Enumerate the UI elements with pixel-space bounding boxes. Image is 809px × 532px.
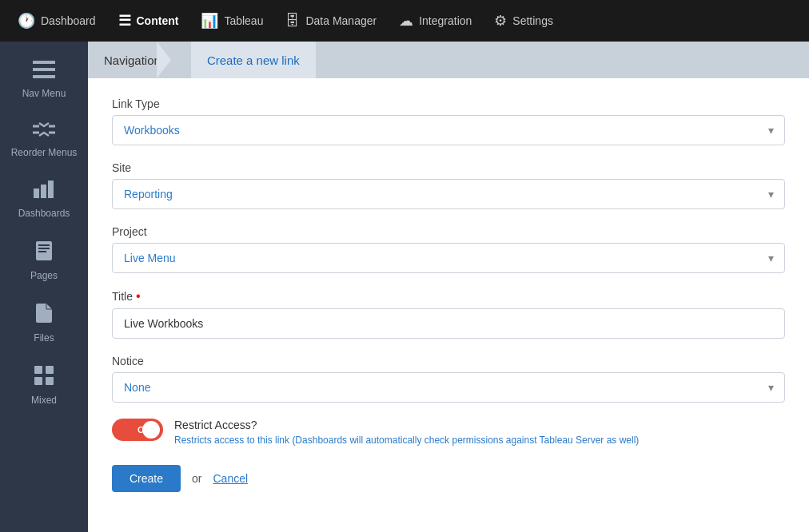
files-icon bbox=[36, 304, 52, 328]
project-select-wrapper: Live Menu Other Project bbox=[112, 243, 785, 273]
mixed-icon bbox=[34, 366, 54, 390]
link-type-label: Link Type bbox=[112, 97, 785, 110]
reorder-menus-icon bbox=[33, 121, 55, 142]
svg-rect-13 bbox=[46, 377, 54, 385]
site-select[interactable]: Reporting Default bbox=[112, 179, 785, 209]
title-label: Title • bbox=[112, 289, 785, 304]
svg-rect-10 bbox=[34, 366, 42, 374]
required-indicator: • bbox=[136, 289, 141, 304]
pages-icon bbox=[36, 241, 52, 265]
main-content: Navigation Create a new link Link Type W bbox=[88, 42, 809, 532]
site-label: Site bbox=[112, 161, 785, 174]
or-text: or bbox=[192, 472, 201, 485]
sidebar-item-pages[interactable]: Pages bbox=[0, 230, 88, 292]
notice-group: Notice None Warning Info bbox=[112, 355, 785, 403]
svg-rect-3 bbox=[34, 189, 39, 198]
breadcrumb: Navigation Create a new link bbox=[88, 42, 809, 78]
nav-menu-icon bbox=[33, 61, 55, 83]
toggle-info: Restrict Access? Restricts access to thi… bbox=[174, 419, 785, 446]
sidebar-item-files[interactable]: Files bbox=[0, 292, 88, 355]
nav-item-settings[interactable]: ⚙ Settings bbox=[484, 6, 563, 36]
data-manager-icon: 🗄 bbox=[285, 13, 300, 30]
sidebar: Nav Menu Reorder Menus bbox=[0, 42, 88, 532]
nav-item-content[interactable]: ☰ Content bbox=[109, 6, 189, 36]
sidebar-item-dashboards[interactable]: Dashboards bbox=[0, 169, 88, 230]
breadcrumb-arrow bbox=[177, 42, 191, 78]
toggle-circle bbox=[142, 421, 160, 439]
link-type-select[interactable]: Workbooks Pages External URL bbox=[112, 115, 785, 145]
create-button[interactable]: Create bbox=[112, 465, 181, 492]
project-select[interactable]: Live Menu Other Project bbox=[112, 243, 785, 273]
action-row: Create or Cancel bbox=[112, 465, 785, 492]
svg-rect-8 bbox=[38, 248, 50, 249]
link-type-select-wrapper: Workbooks Pages External URL bbox=[112, 115, 785, 145]
form-area: Link Type Workbooks Pages External URL S… bbox=[88, 78, 809, 532]
title-group: Title • bbox=[112, 289, 785, 339]
toggle-container: OFF bbox=[112, 419, 163, 441]
cancel-button[interactable]: Cancel bbox=[213, 472, 248, 485]
dashboard-icon: 🕐 bbox=[18, 12, 35, 30]
notice-label: Notice bbox=[112, 355, 785, 367]
svg-rect-4 bbox=[41, 185, 46, 198]
nav-item-integration[interactable]: ☁ Integration bbox=[389, 6, 481, 36]
svg-rect-7 bbox=[38, 244, 50, 246]
top-navigation: 🕐 Dashboard ☰ Content 📊 Tableau 🗄 Data M… bbox=[0, 0, 809, 42]
project-group: Project Live Menu Other Project bbox=[112, 225, 785, 273]
svg-rect-5 bbox=[48, 181, 54, 198]
site-group: Site Reporting Default bbox=[112, 161, 785, 209]
sidebar-item-nav-menu[interactable]: Nav Menu bbox=[0, 50, 88, 110]
svg-rect-1 bbox=[33, 68, 55, 71]
breadcrumb-create-link[interactable]: Create a new link bbox=[191, 42, 316, 78]
svg-rect-2 bbox=[33, 75, 55, 78]
tableau-icon: 📊 bbox=[201, 12, 218, 30]
content-icon: ☰ bbox=[118, 12, 131, 30]
restrict-access-toggle[interactable]: OFF bbox=[112, 419, 163, 441]
restrict-access-title: Restrict Access? bbox=[174, 419, 785, 431]
sidebar-item-mixed[interactable]: Mixed bbox=[0, 355, 88, 417]
svg-rect-9 bbox=[38, 251, 46, 252]
nav-item-dashboard[interactable]: 🕐 Dashboard bbox=[8, 6, 106, 36]
integration-icon: ☁ bbox=[399, 12, 413, 30]
project-label: Project bbox=[112, 225, 785, 238]
link-type-group: Link Type Workbooks Pages External URL bbox=[112, 97, 785, 145]
dashboards-icon bbox=[34, 181, 54, 203]
svg-rect-0 bbox=[33, 61, 55, 64]
svg-rect-12 bbox=[34, 377, 42, 385]
nav-item-tableau[interactable]: 📊 Tableau bbox=[191, 6, 273, 36]
main-layout: Nav Menu Reorder Menus bbox=[0, 42, 809, 532]
restrict-access-desc: Restricts access to this link (Dashboard… bbox=[174, 435, 785, 446]
svg-rect-11 bbox=[46, 366, 54, 374]
settings-icon: ⚙ bbox=[494, 12, 507, 30]
nav-item-data-manager[interactable]: 🗄 Data Manager bbox=[276, 6, 386, 36]
notice-select[interactable]: None Warning Info bbox=[112, 372, 785, 403]
restrict-access-row: OFF Restrict Access? Restricts access to… bbox=[112, 419, 785, 446]
site-select-wrapper: Reporting Default bbox=[112, 179, 785, 209]
sidebar-item-reorder-menus[interactable]: Reorder Menus bbox=[0, 110, 88, 169]
title-input[interactable] bbox=[112, 308, 785, 339]
notice-select-wrapper: None Warning Info bbox=[112, 372, 785, 403]
